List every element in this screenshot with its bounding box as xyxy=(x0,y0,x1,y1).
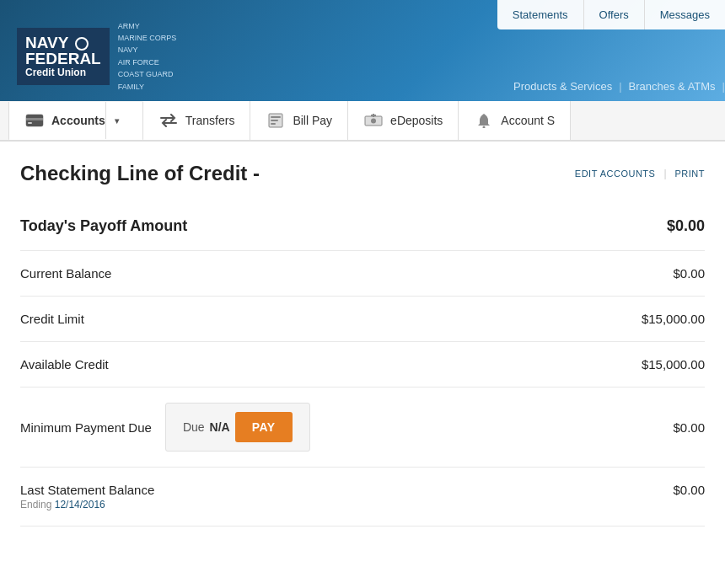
payoff-label: Today's Payoff Amount xyxy=(20,217,187,235)
last-statement-label: Last Statement Balance xyxy=(20,483,154,497)
edeposits-icon xyxy=(363,113,384,128)
account-actions: EDIT ACCOUNTS | PRINT xyxy=(575,168,705,179)
minimum-payment-label: Minimum Payment Due xyxy=(20,420,152,435)
branches-atms-link[interactable]: Branches & ATMs xyxy=(622,80,722,93)
tab-bill-pay-label: Bill Pay xyxy=(293,114,332,127)
federal-text: FEDERAL xyxy=(25,51,101,67)
edit-accounts-link[interactable]: EDIT ACCOUNTS xyxy=(575,168,656,179)
svg-point-9 xyxy=(483,126,486,129)
current-balance-row: Current Balance $0.00 xyxy=(20,251,705,297)
due-label: Due xyxy=(183,420,205,434)
svg-rect-5 xyxy=(271,120,278,121)
products-services-link[interactable]: Products & Services xyxy=(507,80,619,93)
svg-rect-6 xyxy=(271,123,276,125)
ending-prefix: Ending xyxy=(20,499,51,510)
tab-account-s[interactable]: Account S xyxy=(459,101,571,140)
ending-date: Ending 12/14/2016 xyxy=(20,499,154,510)
payment-left: Minimum Payment Due Due N/A PAY xyxy=(20,403,310,452)
svg-rect-1 xyxy=(26,118,43,120)
credit-limit-value: $15,000.00 xyxy=(642,312,705,326)
credit-limit-label: Credit Limit xyxy=(20,312,84,326)
current-balance-value: $0.00 xyxy=(673,266,705,281)
svg-point-8 xyxy=(371,119,376,124)
credit-union-text: Credit Union xyxy=(25,67,101,78)
svg-rect-2 xyxy=(28,122,32,124)
top-right-links: Statements Offers Messages xyxy=(497,0,725,29)
last-statement-value: $0.00 xyxy=(673,483,705,497)
globe-icon xyxy=(75,37,89,51)
main-content: Checking Line of Credit - EDIT ACCOUNTS … xyxy=(0,142,725,527)
print-link[interactable]: PRINT xyxy=(675,168,706,179)
available-credit-row: Available Credit $15,000.00 xyxy=(20,342,705,388)
tab-accounts[interactable]: Accounts ▾ xyxy=(8,102,143,141)
bill-pay-icon xyxy=(266,113,286,128)
tab-bill-pay[interactable]: Bill Pay xyxy=(250,101,348,140)
logo-area: NAVY FEDERAL Credit Union ARMY MARINE CO… xyxy=(0,20,193,101)
secondary-links: Products & Services | Branches & ATMs | xyxy=(507,80,725,93)
offers-link[interactable]: Offers xyxy=(584,0,645,29)
minimum-payment-value: $0.00 xyxy=(673,420,705,435)
logo-subtitle: ARMY MARINE CORPS NAVY AIR FORCE COAST G… xyxy=(118,20,177,93)
subtitle-line-4: AIR FORCE xyxy=(118,56,177,68)
tab-transfers[interactable]: Transfers xyxy=(143,101,251,140)
subtitle-line-3: NAVY xyxy=(118,44,177,56)
messages-link[interactable]: Messages xyxy=(645,0,725,29)
tab-transfers-label: Transfers xyxy=(185,114,235,127)
statements-link[interactable]: Statements xyxy=(497,0,584,29)
last-statement-left: Last Statement Balance Ending 12/14/2016 xyxy=(20,483,154,510)
pipe-2: | xyxy=(722,80,725,93)
action-pipe: | xyxy=(663,168,666,179)
payoff-row: Today's Payoff Amount $0.00 xyxy=(20,202,705,251)
due-value: N/A xyxy=(210,420,230,434)
tab-account-s-label: Account S xyxy=(501,114,555,127)
account-title: Checking Line of Credit - xyxy=(20,162,260,185)
last-statement-row: Last Statement Balance Ending 12/14/2016… xyxy=(20,468,705,527)
available-credit-label: Available Credit xyxy=(20,357,109,372)
pay-button[interactable]: PAY xyxy=(235,412,293,442)
available-credit-value: $15,000.00 xyxy=(642,357,705,372)
subtitle-line-5: COAST GUARD xyxy=(118,68,177,80)
subtitle-line-2: MARINE CORPS xyxy=(118,32,177,44)
subtitle-line-1: ARMY xyxy=(118,20,177,32)
tab-edeposits[interactable]: eDeposits xyxy=(348,101,459,140)
accounts-dropdown[interactable]: ▾ xyxy=(105,102,127,139)
current-balance-label: Current Balance xyxy=(20,266,111,281)
top-nav: Statements Offers Messages NAVY FEDERAL … xyxy=(0,0,725,101)
payoff-value: $0.00 xyxy=(667,217,705,235)
subtitle-line-6: FAMILY xyxy=(118,81,177,93)
tab-edeposits-label: eDeposits xyxy=(390,114,443,127)
account-s-icon xyxy=(474,113,494,128)
ending-date-link[interactable]: 12/14/2016 xyxy=(55,499,105,510)
svg-rect-4 xyxy=(271,116,281,118)
nfcu-logo[interactable]: NAVY FEDERAL Credit Union ARMY MARINE CO… xyxy=(17,20,176,93)
navy-text: NAVY xyxy=(25,34,68,51)
tab-accounts-label: Accounts xyxy=(51,114,105,127)
due-box: Due N/A PAY xyxy=(165,403,310,452)
minimum-payment-row: Minimum Payment Due Due N/A PAY $0.00 xyxy=(20,388,705,468)
top-links-bar: Statements Offers Messages xyxy=(497,0,725,29)
tab-bar: Accounts ▾ Transfers Bill Pay xyxy=(0,101,725,142)
account-header: Checking Line of Credit - EDIT ACCOUNTS … xyxy=(20,162,705,185)
transfers-icon xyxy=(158,113,179,128)
accounts-icon xyxy=(24,113,45,128)
credit-limit-row: Credit Limit $15,000.00 xyxy=(20,297,705,342)
